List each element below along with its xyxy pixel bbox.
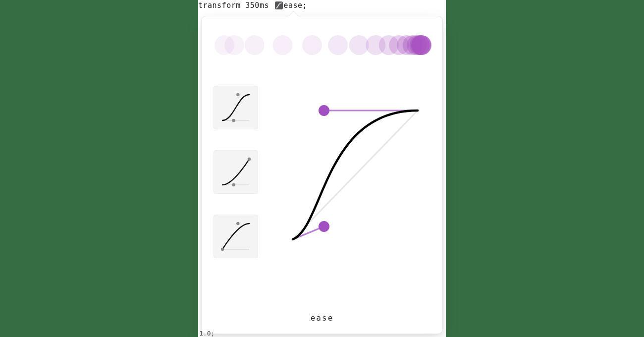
svg-point-5 [328,35,348,55]
code-fragment-bottom: 1.0; [199,330,215,337]
svg-point-1 [224,35,244,55]
svg-point-20 [232,183,235,186]
svg-point-18 [236,93,239,96]
preset-ease-in-out[interactable] [214,86,258,129]
bezier-editor[interactable] [286,96,425,254]
bezier-editor-canvas [286,96,425,254]
preset-ease-out[interactable] [214,215,258,258]
preview-circles [214,30,431,60]
svg-line-25 [293,111,418,239]
preset-curve-icon [218,220,253,253]
svg-point-17 [232,119,235,122]
bezier-handle-p1[interactable] [319,221,329,232]
svg-point-3 [273,35,293,55]
preset-list [214,86,263,258]
stage: transform 350ms ease; ease 1 [198,0,446,337]
svg-point-24 [236,222,239,225]
easing-curve-icon [276,2,282,8]
easing-swatch[interactable] [275,1,283,9]
bezier-handle-p2[interactable] [319,105,329,116]
svg-point-4 [302,35,322,55]
code-before: transform 350ms [198,1,274,10]
svg-point-15 [412,35,431,55]
preset-curve-icon [218,155,253,189]
curve-name-label: ease [202,313,442,323]
svg-point-2 [245,35,265,55]
preset-curve-icon [218,91,253,124]
easing-editor-popover: ease [201,16,443,334]
code-after: ease; [284,1,308,10]
svg-point-23 [221,248,224,251]
svg-point-21 [248,158,251,161]
preset-ease-in[interactable] [214,150,258,194]
easing-preview-strip [214,30,430,60]
css-code-line: transform 350ms ease; [198,0,307,11]
